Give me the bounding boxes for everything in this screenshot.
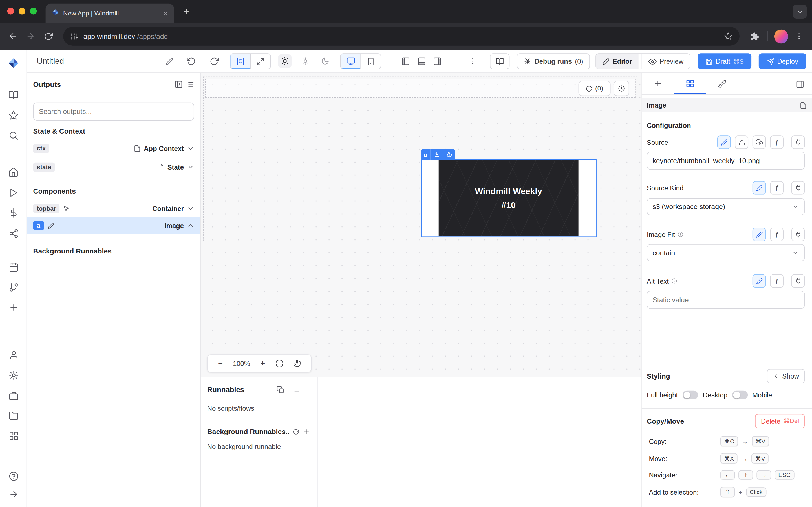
expand-down-icon[interactable] (430, 149, 443, 160)
add-runnable-plus-icon[interactable] (303, 428, 310, 436)
component-docs-icon[interactable] (800, 102, 807, 109)
static-pencil-icon[interactable] (717, 135, 731, 149)
minimize-window-button[interactable] (18, 8, 26, 15)
settings-gear-icon[interactable] (7, 369, 20, 381)
zoom-out-button[interactable]: − (218, 359, 223, 368)
expand-canvas-toggle[interactable] (250, 54, 270, 69)
state-doc-icon[interactable] (157, 163, 164, 171)
component-settings-tab[interactable] (674, 73, 706, 94)
runs-icon[interactable] (7, 186, 20, 199)
full-height-toggle[interactable] (682, 390, 698, 399)
runnables-list-icon[interactable] (292, 386, 300, 394)
rename-pencil-icon[interactable] (166, 57, 174, 65)
folders-icon[interactable] (7, 409, 20, 421)
undo-icon[interactable] (185, 54, 198, 68)
maximize-window-button[interactable] (30, 8, 37, 15)
connect-plug-icon[interactable] (792, 135, 805, 149)
selected-image-component[interactable]: a Windmill Weekly #10 (421, 159, 597, 237)
docs-button[interactable] (490, 53, 510, 69)
topbar-container-outline[interactable] (205, 78, 635, 98)
state-row[interactable]: state State (27, 159, 200, 175)
image-component-row-selected[interactable]: a Image (27, 217, 200, 234)
eval-icon[interactable]: ƒ (770, 181, 783, 194)
address-bar[interactable]: app.windmill.dev/apps/add (63, 27, 740, 46)
upload-icon[interactable] (735, 135, 748, 149)
mobile-view-toggle[interactable] (360, 54, 380, 69)
draft-button[interactable]: Draft ⌘S (698, 53, 751, 69)
app-canvas[interactable]: (0) a Windmill Weekly #10 − 100% + (201, 73, 641, 377)
outputs-list-icon[interactable] (186, 80, 194, 89)
resources-icon[interactable] (7, 227, 20, 239)
theme-dark-moon-icon[interactable] (319, 54, 332, 68)
create-plus-icon[interactable] (7, 301, 20, 314)
cloud-upload-icon[interactable] (753, 135, 766, 149)
toggle-left-panel-icon[interactable] (399, 54, 412, 68)
debug-runs-button[interactable]: Debug runs (0) (517, 53, 590, 69)
theme-dim-icon[interactable] (299, 54, 312, 68)
connect-plug-icon[interactable] (792, 228, 805, 241)
close-tab-icon[interactable]: × (163, 9, 168, 17)
back-button[interactable] (6, 30, 20, 43)
runnables-copy-icon[interactable] (276, 386, 285, 394)
favorites-star-icon[interactable] (7, 109, 20, 122)
refresh-app-button[interactable]: (0) (578, 81, 611, 96)
profile-avatar[interactable] (774, 29, 788, 43)
app-title[interactable]: Untitled (37, 56, 64, 66)
desktop-toggle[interactable] (732, 390, 748, 399)
state-chip[interactable]: state (33, 163, 55, 172)
bookmark-star-icon[interactable] (724, 32, 732, 40)
selection-id[interactable]: a (421, 149, 430, 160)
schedules-icon[interactable] (7, 261, 20, 273)
chevron-up-icon[interactable] (187, 222, 194, 229)
variables-icon[interactable] (7, 207, 20, 219)
docs-icon[interactable] (7, 89, 20, 101)
toggle-right-panel-icon[interactable] (430, 54, 444, 68)
close-window-button[interactable] (7, 8, 14, 15)
search-outputs-input[interactable] (33, 103, 194, 121)
pan-hand-icon[interactable] (293, 360, 301, 368)
topbar-component-row[interactable]: topbar Container (27, 200, 200, 217)
image-fit-select[interactable]: contain (647, 244, 805, 262)
site-settings-icon[interactable] (70, 33, 79, 40)
eval-icon[interactable]: ƒ (770, 274, 783, 288)
workers-icon[interactable] (7, 390, 20, 402)
theme-light-icon[interactable] (278, 54, 292, 68)
new-tab-button[interactable]: + (180, 5, 193, 17)
styling-tab[interactable] (706, 73, 738, 94)
preview-tab[interactable]: Preview (642, 54, 690, 69)
history-button[interactable] (614, 81, 629, 96)
editor-tab[interactable]: Editor (596, 54, 638, 69)
desktop-view-toggle[interactable] (341, 54, 361, 69)
eval-icon[interactable]: ƒ (770, 228, 783, 241)
a-chip[interactable]: a (33, 221, 44, 230)
delete-button[interactable]: Delete ⌘Del (755, 414, 805, 428)
extensions-icon[interactable] (748, 30, 761, 43)
tab-search-button[interactable] (793, 5, 807, 19)
anchor-icon[interactable] (443, 149, 455, 160)
redo-icon[interactable] (207, 54, 221, 68)
source-input[interactable] (647, 152, 805, 170)
chevron-down-icon[interactable] (187, 205, 194, 212)
toggle-bottom-panel-icon[interactable] (415, 54, 428, 68)
refresh-runnables-icon[interactable] (293, 429, 299, 435)
browser-menu-icon[interactable] (792, 30, 806, 43)
collapse-inspector-icon[interactable] (794, 78, 807, 91)
collapse-outputs-icon[interactable] (174, 80, 183, 89)
source-kind-select[interactable]: s3 (workspace storage) (647, 198, 805, 215)
static-pencil-icon[interactable] (753, 274, 766, 288)
more-options-kebab-icon[interactable] (466, 54, 479, 68)
flows-icon[interactable] (7, 281, 20, 293)
eval-icon[interactable]: ƒ (770, 135, 783, 149)
insert-component-tab[interactable] (642, 73, 674, 94)
alt-text-input[interactable] (647, 291, 805, 309)
static-pencil-icon[interactable] (753, 228, 766, 241)
static-pencil-icon[interactable] (753, 181, 766, 194)
home-icon[interactable] (7, 166, 20, 179)
expand-sidebar-icon[interactable] (7, 488, 20, 500)
fit-view-icon[interactable] (275, 360, 283, 368)
connect-plug-icon[interactable] (792, 181, 805, 194)
browser-tab[interactable]: New App | Windmill × (46, 4, 174, 23)
windmill-logo[interactable] (7, 57, 20, 69)
show-styling-button[interactable]: Show (767, 369, 805, 383)
users-icon[interactable] (7, 349, 20, 361)
